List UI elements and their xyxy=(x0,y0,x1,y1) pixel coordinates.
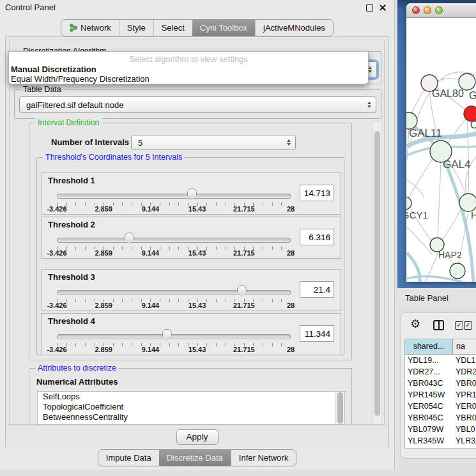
tick-label: 28 xyxy=(287,249,295,257)
tick-label: 2.859 xyxy=(95,249,112,257)
column-header-name[interactable]: na xyxy=(453,339,476,354)
threshold-3-value-field[interactable] xyxy=(300,281,334,298)
control-panel-titlebar[interactable]: Control Panel xyxy=(0,0,394,15)
threshold-1-slider[interactable] xyxy=(57,188,291,201)
tab-label: Network xyxy=(81,20,111,36)
cell-shared-name: YBR045C xyxy=(405,412,454,424)
tab-style[interactable]: Style xyxy=(119,20,153,36)
checkbox-checked-icon[interactable]: ✓ xyxy=(455,321,463,330)
cell-name: YIL0 xyxy=(454,447,472,449)
number-of-intervals-value: 5 xyxy=(138,138,142,148)
tick-label: 9.144 xyxy=(142,249,160,257)
node-label: HAP2 xyxy=(438,250,462,260)
threshold-2-slider[interactable] xyxy=(57,233,291,245)
tick-label: -3.426 xyxy=(47,249,66,257)
node-attribute-table: shared... na YDL19... YDL1 YDR27... YDR2 xyxy=(404,339,476,449)
bottom-tab-bar: Impute Data Discretize Data Infer Networ… xyxy=(0,449,394,466)
network-node[interactable] xyxy=(450,263,465,279)
table-row[interactable]: YBR045C YBR0 xyxy=(405,412,476,424)
tab-impute-data[interactable]: Impute Data xyxy=(98,450,159,466)
tick-label: 2.859 xyxy=(95,302,112,309)
table-row[interactable]: YER054C YER0 xyxy=(405,401,476,412)
tab-label: jActiveMNodules xyxy=(263,20,325,36)
column-header-shared-name[interactable]: shared... xyxy=(405,339,453,354)
threshold-2-value-field[interactable] xyxy=(300,229,334,245)
network-canvas[interactable]: GAL80GCGAL11GAL4GCY1HHAP2 xyxy=(406,18,476,282)
network-node[interactable] xyxy=(459,194,476,211)
threshold-4-slider[interactable] xyxy=(57,329,291,342)
table-row[interactable]: YIL052C YIL0 xyxy=(405,447,476,449)
cell-name: YLR3 xyxy=(454,435,475,447)
combo-stepper-icon xyxy=(287,139,291,146)
threshold-1-value-field[interactable] xyxy=(300,185,334,201)
cell-shared-name: YDL19... xyxy=(405,355,454,366)
attribute-list-item[interactable]: SelfLoops xyxy=(38,392,344,402)
cell-name: YER0 xyxy=(454,401,476,412)
numerical-attributes-list[interactable]: SelfLoopsTopologicalCoefficientBetweenne… xyxy=(37,391,345,425)
table-data-combobox[interactable]: galFiltered.sif default node xyxy=(19,96,376,113)
node-label: H xyxy=(471,210,476,220)
attribute-list-item[interactable]: TopologicalCoefficient xyxy=(38,402,344,412)
tab-network[interactable]: Network xyxy=(61,20,119,36)
table-panel-title: Table Panel xyxy=(405,293,449,303)
tab-select[interactable]: Select xyxy=(153,20,192,36)
threshold-4-value-field[interactable] xyxy=(300,325,334,342)
tab-label: Infer Network xyxy=(239,450,288,466)
tick-label: 9.144 xyxy=(142,302,160,309)
tab-discretize-data[interactable]: Discretize Data xyxy=(159,450,231,466)
cell-name: YBR0 xyxy=(454,378,476,389)
scrollbar-thumb[interactable] xyxy=(374,131,380,416)
list-scrollbar[interactable] xyxy=(335,392,344,424)
numerical-attributes-label: Numerical Attributes xyxy=(36,377,118,387)
tab-jactivemnodules[interactable]: jActiveMNodules xyxy=(255,20,333,36)
slider-track[interactable] xyxy=(57,194,291,199)
slider-track[interactable] xyxy=(57,290,291,295)
group-label: Attributes to discretize xyxy=(35,364,119,372)
attribute-list-item[interactable]: BetweennessCentrality xyxy=(38,412,344,422)
network-node[interactable] xyxy=(459,73,475,90)
cell-shared-name: YBR043C xyxy=(405,378,454,389)
close-icon[interactable] xyxy=(379,4,387,12)
gear-icon[interactable]: ⚙ xyxy=(410,318,420,330)
table-row[interactable]: YBL079W YBL0 xyxy=(405,424,476,435)
checkbox-checked-icon[interactable]: ✓ xyxy=(464,321,472,330)
slider-track[interactable] xyxy=(57,334,291,339)
apply-button[interactable]: Apply xyxy=(176,429,219,445)
cell-name: YDL1 xyxy=(454,355,475,366)
close-button[interactable] xyxy=(412,6,420,14)
threshold-3-slider[interactable] xyxy=(57,285,291,298)
table-row[interactable]: YBR043C YBR0 xyxy=(405,378,476,389)
network-window[interactable]: GAL80GCGAL11GAL4GCY1HHAP2 xyxy=(406,3,476,282)
table-row[interactable]: YDR27... YDR2 xyxy=(405,366,476,378)
table-row[interactable]: YLR345W YLR3 xyxy=(405,435,476,447)
minimize-button[interactable] xyxy=(424,6,431,14)
popup-option-manual-discretization[interactable]: Manual Discretization xyxy=(11,65,96,74)
threshold-label: Threshold 1 xyxy=(48,176,95,185)
slider-track[interactable] xyxy=(57,238,291,243)
cell-name: YPR1 xyxy=(454,389,476,401)
cell-shared-name: YDR27... xyxy=(405,366,454,378)
popup-option-equal-width-frequency[interactable]: Equal Width/Frequency Discretization xyxy=(11,74,150,84)
tab-cyni-toolbox[interactable]: Cyni Toolbox xyxy=(192,20,255,36)
combo-stepper-icon xyxy=(367,102,371,108)
table-row[interactable]: YPR145W YPR1 xyxy=(405,389,476,401)
tick-labels: -3.4262.8599.14415.4321.71528 xyxy=(57,205,291,213)
network-window-titlebar[interactable] xyxy=(406,3,476,18)
node-label: GAL11 xyxy=(409,127,442,139)
columns-icon[interactable] xyxy=(433,320,444,330)
tab-label: Cyni Toolbox xyxy=(200,20,247,36)
cell-name: YBR0 xyxy=(454,412,476,424)
cell-shared-name: YLR345W xyxy=(405,435,454,447)
settings-scrollbar[interactable] xyxy=(372,121,382,424)
zoom-button[interactable] xyxy=(435,6,443,14)
node-label: G xyxy=(469,90,476,101)
table-panel-titlebar[interactable]: Table Panel xyxy=(397,288,476,308)
cell-name: YBL0 xyxy=(454,424,475,435)
tick-labels: -3.4262.8599.14415.4321.71528 xyxy=(57,302,291,310)
tick-label: -3.426 xyxy=(47,205,66,213)
table-row[interactable]: YDL19... YDL1 xyxy=(405,355,476,366)
tab-infer-network[interactable]: Infer Network xyxy=(231,450,296,466)
number-of-intervals-combobox[interactable]: 5 xyxy=(131,135,296,150)
tab-label: Style xyxy=(127,20,146,36)
float-window-icon[interactable] xyxy=(366,4,373,12)
